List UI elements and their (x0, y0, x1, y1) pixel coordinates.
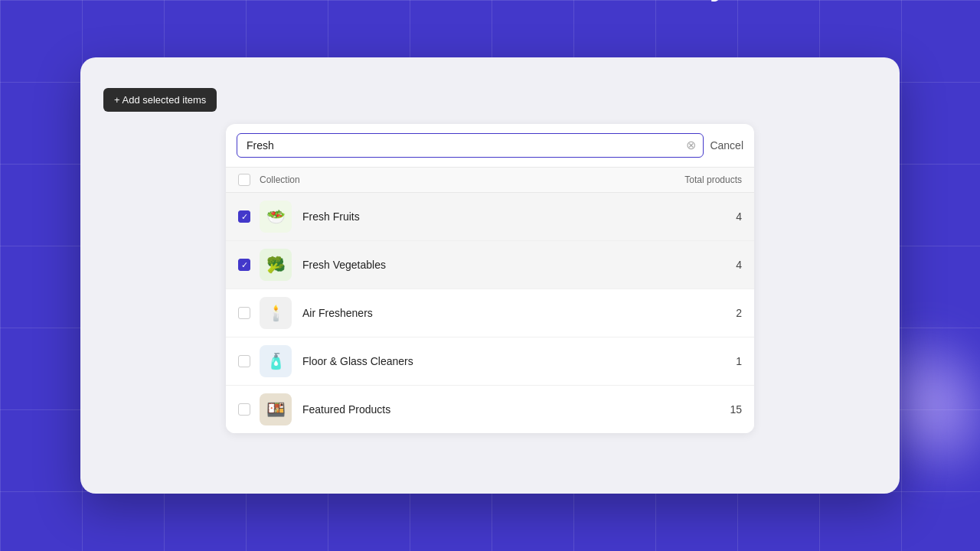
collection-count-air-fresheners: 2 (681, 307, 742, 319)
row-checkbox-fresh-fruits[interactable] (238, 210, 250, 223)
collection-panel: ⊗ Cancel Collection Total products 🥗 Fre… (226, 124, 754, 433)
collection-count-fresh-vegetables: 4 (681, 259, 742, 271)
collection-image-floor-cleaners: 🧴 (260, 345, 292, 377)
collection-image-fresh-vegetables: 🥦 (260, 249, 292, 281)
collection-count-featured-products: 15 (681, 403, 742, 416)
row-checkbox-fresh-vegetables[interactable] (238, 259, 250, 271)
collection-name-fresh-fruits: Fresh Fruits (302, 210, 681, 223)
search-input[interactable] (237, 133, 704, 158)
table-header: Collection Total products (226, 168, 754, 193)
table-row: 🍱 Featured Products 15 (226, 386, 754, 433)
page-title: Effortless Collection Discovery (253, 0, 728, 2)
cancel-button[interactable]: Cancel (710, 139, 743, 152)
collection-count-floor-cleaners: 1 (681, 355, 742, 367)
collection-name-featured-products: Featured Products (302, 403, 681, 416)
column-total-header: Total products (681, 174, 742, 185)
collection-name-floor-cleaners: Floor & Glass Cleaners (302, 355, 681, 367)
row-checkbox-cell (238, 259, 260, 271)
table-row: 🥗 Fresh Fruits 4 (226, 193, 754, 241)
collection-image-air-fresheners: 🕯️ (260, 297, 292, 329)
row-checkbox-cell (238, 403, 260, 416)
add-selected-button[interactable]: + Add selected items (103, 88, 217, 112)
column-collection-header: Collection (260, 174, 681, 185)
row-checkbox-featured-products[interactable] (238, 403, 250, 416)
table-row: 🕯️ Air Fresheners 2 (226, 289, 754, 337)
row-checkbox-cell (238, 307, 260, 319)
table-row: 🧴 Floor & Glass Cleaners 1 (226, 337, 754, 386)
clear-icon[interactable]: ⊗ (686, 139, 696, 152)
row-checkbox-air-fresheners[interactable] (238, 307, 250, 319)
row-checkbox-floor-cleaners[interactable] (238, 355, 250, 367)
collection-image-fresh-fruits: 🥗 (260, 201, 292, 233)
search-input-wrapper: ⊗ (237, 133, 704, 158)
collection-name-fresh-vegetables: Fresh Vegetables (302, 259, 681, 271)
header-checkbox-cell (238, 174, 260, 186)
row-checkbox-cell (238, 355, 260, 367)
collection-image-featured-products: 🍱 (260, 393, 292, 425)
table-row: 🥦 Fresh Vegetables 4 (226, 241, 754, 289)
collection-name-air-fresheners: Air Fresheners (302, 307, 681, 319)
select-all-checkbox[interactable] (238, 174, 250, 186)
main-card: Effortless Collection Discovery + Add se… (80, 57, 900, 494)
search-bar: ⊗ Cancel (226, 124, 754, 168)
row-checkbox-cell (238, 210, 260, 223)
collection-count-fresh-fruits: 4 (681, 210, 742, 223)
